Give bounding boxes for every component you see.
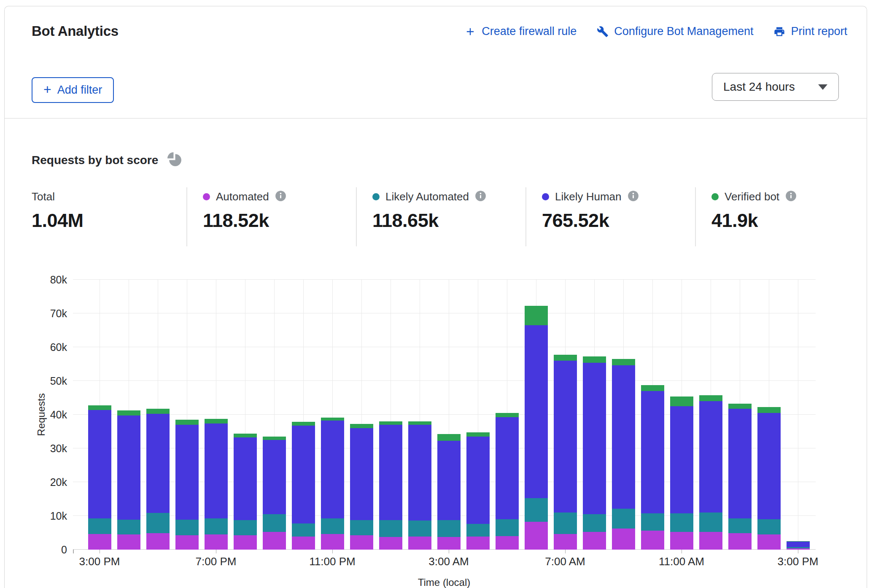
bar-segment-likely-automated[interactable] <box>612 509 635 529</box>
bar-segment-automated[interactable] <box>205 534 228 550</box>
bar-segment-verified-bot[interactable] <box>757 407 781 413</box>
bar-segment-automated[interactable] <box>408 537 431 550</box>
bar-segment-likely-human[interactable] <box>234 437 257 521</box>
bar-segment-likely-automated[interactable] <box>234 520 257 535</box>
bar-segment-likely-human[interactable] <box>728 409 752 518</box>
bar-segment-verified-bot[interactable] <box>117 410 140 415</box>
info-icon[interactable] <box>475 190 486 203</box>
bar-segment-automated[interactable] <box>728 533 752 550</box>
bar-segment-likely-automated[interactable] <box>117 520 140 534</box>
bar-segment-likely-automated[interactable] <box>350 520 373 535</box>
bar-segment-automated[interactable] <box>466 537 490 550</box>
bar-segment-likely-human[interactable] <box>263 440 286 514</box>
bar-segment-likely-automated[interactable] <box>757 519 781 534</box>
bar-segment-verified-bot[interactable] <box>408 421 431 425</box>
bar-segment-likely-automated[interactable] <box>437 520 461 537</box>
bar-segment-likely-automated[interactable] <box>379 520 402 537</box>
bar-segment-automated[interactable] <box>234 535 257 550</box>
bar-segment-likely-human[interactable] <box>321 421 344 518</box>
bar-segment-verified-bot[interactable] <box>146 409 170 414</box>
bar-segment-automated[interactable] <box>525 522 548 550</box>
bar-segment-automated[interactable] <box>321 534 344 550</box>
bar-segment-likely-human[interactable] <box>146 414 170 512</box>
bar-segment-likely-automated[interactable] <box>641 513 664 531</box>
bar-segment-verified-bot[interactable] <box>350 424 373 428</box>
bar-segment-automated[interactable] <box>88 534 111 550</box>
bar-segment-likely-human[interactable] <box>205 423 228 519</box>
bar-segment-likely-automated[interactable] <box>670 513 693 531</box>
bar-segment-likely-human[interactable] <box>117 415 140 520</box>
bar-segment-automated[interactable] <box>350 535 373 550</box>
bar-segment-automated[interactable] <box>612 529 635 550</box>
bar-segment-likely-human[interactable] <box>612 365 635 509</box>
bar-segment-verified-bot[interactable] <box>466 432 490 437</box>
info-icon[interactable] <box>785 190 797 203</box>
bar-segment-likely-automated[interactable] <box>292 523 315 537</box>
bar-segment-automated[interactable] <box>146 533 170 550</box>
bar-segment-verified-bot[interactable] <box>641 385 664 391</box>
bar-segment-likely-human[interactable] <box>787 542 810 548</box>
bar-segment-verified-bot[interactable] <box>670 396 693 406</box>
bar-segment-likely-human[interactable] <box>379 425 402 520</box>
bar-segment-automated[interactable] <box>670 532 693 550</box>
bar-segment-automated[interactable] <box>437 537 461 550</box>
bar-segment-likely-automated[interactable] <box>146 513 170 533</box>
bar-segment-verified-bot[interactable] <box>321 418 344 421</box>
bar-segment-likely-human[interactable] <box>670 406 693 513</box>
bar-segment-likely-human[interactable] <box>437 441 461 521</box>
bar-segment-automated[interactable] <box>263 532 286 550</box>
bar-segment-likely-automated[interactable] <box>496 519 519 536</box>
bar-segment-likely-automated[interactable] <box>205 518 228 534</box>
bar-segment-likely-automated[interactable] <box>175 520 199 535</box>
bar-segment-likely-human[interactable] <box>496 417 519 519</box>
bar-segment-verified-bot[interactable] <box>234 434 257 437</box>
bar-segment-verified-bot[interactable] <box>263 437 286 440</box>
bar-segment-automated[interactable] <box>379 537 402 550</box>
bar-segment-verified-bot[interactable] <box>175 420 199 425</box>
bar-segment-automated[interactable] <box>641 531 664 550</box>
bar-segment-likely-automated[interactable] <box>466 524 490 537</box>
bar-segment-verified-bot[interactable] <box>437 434 461 440</box>
bar-segment-likely-automated[interactable] <box>787 547 810 548</box>
bar-segment-likely-automated[interactable] <box>321 518 344 534</box>
bar-segment-verified-bot[interactable] <box>88 405 111 410</box>
bar-segment-likely-automated[interactable] <box>554 512 577 534</box>
bar-segment-likely-automated[interactable] <box>408 521 431 537</box>
bar-segment-likely-human[interactable] <box>641 391 664 513</box>
bar-segment-likely-automated[interactable] <box>525 498 548 522</box>
bar-segment-verified-bot[interactable] <box>612 359 635 365</box>
info-icon[interactable] <box>275 190 286 203</box>
bar-segment-automated[interactable] <box>117 534 140 550</box>
bar-segment-automated[interactable] <box>699 532 722 550</box>
bar-segment-likely-human[interactable] <box>466 437 490 524</box>
bar-segment-likely-automated[interactable] <box>88 518 111 534</box>
bar-segment-likely-automated[interactable] <box>699 512 722 532</box>
bar-segment-likely-human[interactable] <box>554 361 577 512</box>
bar-segment-verified-bot[interactable] <box>728 404 752 409</box>
bar-segment-verified-bot[interactable] <box>292 422 315 426</box>
bar-segment-verified-bot[interactable] <box>525 306 548 325</box>
bar-segment-likely-human[interactable] <box>699 401 722 512</box>
bar-segment-verified-bot[interactable] <box>205 419 228 423</box>
bar-segment-likely-human[interactable] <box>408 425 431 521</box>
bar-segment-likely-automated[interactable] <box>728 518 752 533</box>
bar-segment-likely-human[interactable] <box>583 363 606 514</box>
bar-segment-verified-bot[interactable] <box>379 421 402 425</box>
bar-segment-verified-bot[interactable] <box>583 356 606 363</box>
bar-segment-likely-automated[interactable] <box>263 514 286 532</box>
bar-segment-likely-human[interactable] <box>88 410 111 519</box>
bar-segment-automated[interactable] <box>496 536 519 550</box>
bar-segment-automated[interactable] <box>175 535 199 550</box>
bar-segment-verified-bot[interactable] <box>699 395 722 401</box>
bar-segment-automated[interactable] <box>292 537 315 550</box>
bar-segment-likely-human[interactable] <box>525 325 548 498</box>
bar-segment-verified-bot[interactable] <box>554 355 577 361</box>
bar-segment-verified-bot[interactable] <box>787 541 810 542</box>
bar-segment-likely-human[interactable] <box>175 425 199 520</box>
bar-segment-likely-automated[interactable] <box>583 514 606 532</box>
bar-segment-likely-human[interactable] <box>350 428 373 520</box>
info-icon[interactable] <box>628 190 639 203</box>
bar-segment-automated[interactable] <box>554 534 577 550</box>
bar-segment-automated[interactable] <box>583 532 606 550</box>
bar-segment-likely-human[interactable] <box>757 413 781 519</box>
